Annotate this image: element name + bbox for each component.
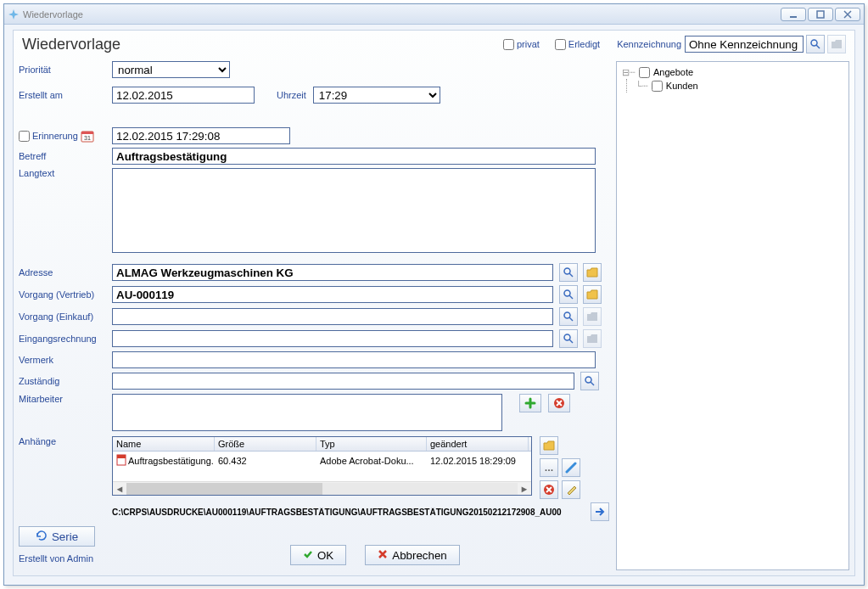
hdr-type[interactable]: Typ [316, 437, 427, 451]
privat-label: privat [517, 39, 540, 49]
cancel-button[interactable]: Abbrechen [365, 545, 459, 565]
zustaendig-label: Zuständig [19, 376, 112, 386]
calendar-icon[interactable]: 31 [81, 129, 94, 143]
adresse-input[interactable] [112, 264, 553, 281]
vermerk-label: Vermerk [19, 355, 112, 365]
attach-scan-button[interactable] [562, 458, 580, 477]
cell-size: 60.432 [215, 455, 316, 467]
tree-item-kunden[interactable]: └┈ Kunden [626, 79, 843, 93]
kennzeichnung-input[interactable] [685, 36, 804, 53]
svg-point-9 [564, 334, 570, 340]
remove-mitarbeiter-button[interactable] [548, 394, 570, 412]
adresse-search-button[interactable] [559, 263, 578, 282]
hdr-name[interactable]: Name [113, 437, 215, 451]
vorgangv-search-button[interactable] [559, 285, 578, 304]
category-tree[interactable]: ⊟┈ Angebote └┈ Kunden [616, 61, 849, 570]
check-icon [303, 549, 313, 562]
scroll-right-icon[interactable]: ► [518, 484, 531, 494]
prio-select[interactable]: normal [112, 61, 230, 78]
tree-label-angebote: Angebote [653, 67, 693, 77]
maximize-button[interactable] [808, 8, 833, 21]
svg-rect-13 [117, 455, 126, 458]
tree-label-kunden: Kunden [666, 81, 698, 91]
svg-rect-4 [81, 132, 93, 134]
uhrzeit-select[interactable]: 17:29 [313, 87, 440, 104]
cancel-icon [378, 549, 388, 562]
tree-check-angebote[interactable] [639, 67, 650, 78]
prio-label: Priorität [19, 65, 112, 75]
titlebar: Wiedervorlage [4, 4, 864, 25]
vorgange-input[interactable] [112, 308, 553, 325]
tree-check-kunden[interactable] [652, 81, 663, 92]
serie-label: Serie [52, 530, 78, 543]
adresse-folder-button[interactable] [583, 263, 602, 282]
close-button[interactable] [835, 8, 860, 21]
tree-item-angebote[interactable]: ⊟┈ Angebote [622, 65, 843, 79]
hdr-size[interactable]: Größe [215, 437, 316, 451]
mitarbeiter-label: Mitarbeiter [19, 394, 112, 404]
zustaendig-input[interactable] [112, 373, 574, 390]
scroll-left-icon[interactable]: ◄ [113, 484, 126, 494]
erstellt-label: Erstellt am [19, 90, 112, 100]
adresse-label: Adresse [19, 267, 112, 278]
minimize-button[interactable] [781, 8, 806, 21]
attach-edit-button[interactable] [562, 480, 580, 499]
scroll-thumb[interactable] [126, 483, 322, 495]
langtext-input[interactable] [112, 168, 596, 253]
uhrzeit-label: Uhrzeit [277, 90, 306, 100]
hscroll[interactable]: ◄ ► [113, 481, 531, 495]
add-mitarbeiter-button[interactable] [519, 394, 541, 412]
eingang-input[interactable] [112, 330, 553, 347]
window-frame: Wiedervorlage Wiedervorlage privat Erled… [3, 3, 865, 586]
svg-rect-0 [790, 16, 797, 18]
betreff-input[interactable] [112, 148, 596, 165]
attachments-table[interactable]: Name Größe Typ geändert Auftragsbestätig… [112, 436, 532, 496]
attachment-path: C:\CRPS\AUSDRUCKE\AU000119\AUFTRAGSBESTÄ… [112, 508, 585, 517]
vorgangv-input[interactable] [112, 286, 553, 303]
serie-button[interactable]: Serie [19, 526, 95, 547]
svg-point-7 [564, 290, 570, 296]
vermerk-input[interactable] [112, 351, 596, 368]
attach-delete-button[interactable] [540, 480, 558, 499]
privat-checkbox[interactable]: privat [503, 39, 540, 50]
form-area: Priorität normal Erstellt am Uhrzeit 17:… [19, 61, 609, 570]
erinnerung-input[interactable] [112, 127, 290, 144]
zustaendig-search-button[interactable] [580, 372, 599, 390]
cell-date: 12.02.2015 18:29:09 [427, 455, 529, 467]
erstellt-date-input[interactable] [112, 87, 255, 104]
svg-point-10 [585, 377, 591, 383]
table-row[interactable]: Auftragsbestätigung... 60.432 Adobe Acro… [113, 452, 531, 470]
kennzeichnung-folder-button[interactable] [827, 35, 846, 53]
vorgange-search-button[interactable] [559, 307, 578, 326]
svg-text:31: 31 [84, 135, 91, 141]
kennzeichnung-search-button[interactable] [806, 35, 825, 53]
app-icon [8, 8, 20, 20]
erledigt-label: Erledigt [568, 39, 600, 49]
attach-more-button[interactable]: … [540, 458, 558, 477]
hdr-date[interactable]: geändert [427, 437, 529, 451]
window-title: Wiedervorlage [23, 9, 83, 20]
erinnerung-label: Erinnerung [32, 131, 78, 141]
ok-button[interactable]: OK [290, 545, 346, 565]
attach-open-folder-button[interactable] [540, 436, 558, 455]
eingang-label: Eingangsrechnung [19, 334, 112, 344]
langtext-label: Langtext [19, 168, 112, 178]
eingang-search-button[interactable] [559, 329, 578, 348]
erinnerung-checkbox[interactable]: Erinnerung [19, 131, 78, 142]
svg-point-8 [564, 312, 570, 318]
cell-name: Auftragsbestätigung... [128, 456, 215, 466]
vorgangv-label: Vorgang (Vertrieb) [19, 289, 112, 300]
page-header: Wiedervorlage privat Erledigt Kennzeichn… [14, 31, 854, 54]
vorgangv-folder-button[interactable] [583, 285, 602, 304]
page-title: Wiedervorlage [22, 36, 120, 53]
path-go-button[interactable] [591, 502, 609, 521]
erledigt-checkbox[interactable]: Erledigt [555, 39, 600, 50]
svg-point-6 [564, 268, 570, 274]
anhaenge-label: Anhänge [19, 436, 112, 446]
mitarbeiter-list[interactable] [112, 394, 502, 431]
pdf-icon [116, 454, 126, 468]
page: Wiedervorlage privat Erledigt Kennzeichn… [13, 30, 855, 576]
vorgange-folder-button[interactable] [583, 307, 602, 326]
svg-rect-1 [817, 11, 824, 18]
eingang-folder-button[interactable] [583, 329, 602, 348]
